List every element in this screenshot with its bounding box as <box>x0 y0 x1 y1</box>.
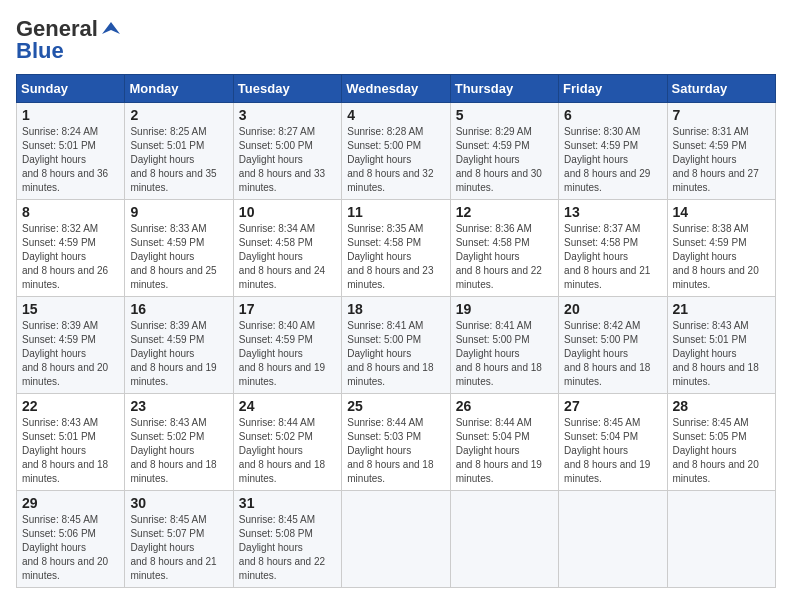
calendar-cell: 15 Sunrise: 8:39 AM Sunset: 4:59 PM Dayl… <box>17 297 125 394</box>
weekday-header-tuesday: Tuesday <box>233 75 341 103</box>
calendar-cell: 3 Sunrise: 8:27 AM Sunset: 5:00 PM Dayli… <box>233 103 341 200</box>
day-number: 6 <box>564 107 661 123</box>
calendar-cell: 4 Sunrise: 8:28 AM Sunset: 5:00 PM Dayli… <box>342 103 450 200</box>
calendar-cell: 21 Sunrise: 8:43 AM Sunset: 5:01 PM Dayl… <box>667 297 775 394</box>
day-number: 7 <box>673 107 770 123</box>
day-info: Sunrise: 8:40 AM Sunset: 4:59 PM Dayligh… <box>239 319 336 389</box>
calendar-header-row: SundayMondayTuesdayWednesdayThursdayFrid… <box>17 75 776 103</box>
day-info: Sunrise: 8:39 AM Sunset: 4:59 PM Dayligh… <box>130 319 227 389</box>
day-info: Sunrise: 8:37 AM Sunset: 4:58 PM Dayligh… <box>564 222 661 292</box>
weekday-header-monday: Monday <box>125 75 233 103</box>
calendar-cell: 28 Sunrise: 8:45 AM Sunset: 5:05 PM Dayl… <box>667 394 775 491</box>
calendar-cell <box>450 491 558 588</box>
day-number: 10 <box>239 204 336 220</box>
logo-blue: Blue <box>16 38 64 64</box>
day-info: Sunrise: 8:24 AM Sunset: 5:01 PM Dayligh… <box>22 125 119 195</box>
day-number: 3 <box>239 107 336 123</box>
calendar-cell: 18 Sunrise: 8:41 AM Sunset: 5:00 PM Dayl… <box>342 297 450 394</box>
calendar-cell: 29 Sunrise: 8:45 AM Sunset: 5:06 PM Dayl… <box>17 491 125 588</box>
calendar-cell: 11 Sunrise: 8:35 AM Sunset: 4:58 PM Dayl… <box>342 200 450 297</box>
calendar-table: SundayMondayTuesdayWednesdayThursdayFrid… <box>16 74 776 588</box>
day-number: 21 <box>673 301 770 317</box>
calendar-cell: 6 Sunrise: 8:30 AM Sunset: 4:59 PM Dayli… <box>559 103 667 200</box>
day-info: Sunrise: 8:44 AM Sunset: 5:02 PM Dayligh… <box>239 416 336 486</box>
calendar-cell: 8 Sunrise: 8:32 AM Sunset: 4:59 PM Dayli… <box>17 200 125 297</box>
day-number: 24 <box>239 398 336 414</box>
day-number: 18 <box>347 301 444 317</box>
day-info: Sunrise: 8:35 AM Sunset: 4:58 PM Dayligh… <box>347 222 444 292</box>
logo-bird-icon <box>100 18 122 40</box>
day-info: Sunrise: 8:45 AM Sunset: 5:06 PM Dayligh… <box>22 513 119 583</box>
day-number: 28 <box>673 398 770 414</box>
calendar-week-4: 22 Sunrise: 8:43 AM Sunset: 5:01 PM Dayl… <box>17 394 776 491</box>
day-number: 25 <box>347 398 444 414</box>
day-number: 23 <box>130 398 227 414</box>
day-number: 22 <box>22 398 119 414</box>
day-number: 15 <box>22 301 119 317</box>
calendar-cell: 14 Sunrise: 8:38 AM Sunset: 4:59 PM Dayl… <box>667 200 775 297</box>
calendar-cell: 9 Sunrise: 8:33 AM Sunset: 4:59 PM Dayli… <box>125 200 233 297</box>
day-info: Sunrise: 8:36 AM Sunset: 4:58 PM Dayligh… <box>456 222 553 292</box>
calendar-cell: 23 Sunrise: 8:43 AM Sunset: 5:02 PM Dayl… <box>125 394 233 491</box>
calendar-cell: 30 Sunrise: 8:45 AM Sunset: 5:07 PM Dayl… <box>125 491 233 588</box>
calendar-cell: 13 Sunrise: 8:37 AM Sunset: 4:58 PM Dayl… <box>559 200 667 297</box>
calendar-cell: 1 Sunrise: 8:24 AM Sunset: 5:01 PM Dayli… <box>17 103 125 200</box>
calendar-week-1: 1 Sunrise: 8:24 AM Sunset: 5:01 PM Dayli… <box>17 103 776 200</box>
calendar-cell: 2 Sunrise: 8:25 AM Sunset: 5:01 PM Dayli… <box>125 103 233 200</box>
calendar-body: 1 Sunrise: 8:24 AM Sunset: 5:01 PM Dayli… <box>17 103 776 588</box>
day-number: 20 <box>564 301 661 317</box>
day-number: 4 <box>347 107 444 123</box>
weekday-header-saturday: Saturday <box>667 75 775 103</box>
day-number: 1 <box>22 107 119 123</box>
day-number: 31 <box>239 495 336 511</box>
day-info: Sunrise: 8:43 AM Sunset: 5:02 PM Dayligh… <box>130 416 227 486</box>
day-info: Sunrise: 8:29 AM Sunset: 4:59 PM Dayligh… <box>456 125 553 195</box>
day-info: Sunrise: 8:39 AM Sunset: 4:59 PM Dayligh… <box>22 319 119 389</box>
logo: General Blue <box>16 16 122 64</box>
calendar-cell: 22 Sunrise: 8:43 AM Sunset: 5:01 PM Dayl… <box>17 394 125 491</box>
weekday-header-thursday: Thursday <box>450 75 558 103</box>
day-info: Sunrise: 8:31 AM Sunset: 4:59 PM Dayligh… <box>673 125 770 195</box>
weekday-header-sunday: Sunday <box>17 75 125 103</box>
calendar-cell: 7 Sunrise: 8:31 AM Sunset: 4:59 PM Dayli… <box>667 103 775 200</box>
weekday-header-friday: Friday <box>559 75 667 103</box>
day-info: Sunrise: 8:43 AM Sunset: 5:01 PM Dayligh… <box>22 416 119 486</box>
calendar-cell: 17 Sunrise: 8:40 AM Sunset: 4:59 PM Dayl… <box>233 297 341 394</box>
day-number: 9 <box>130 204 227 220</box>
day-info: Sunrise: 8:44 AM Sunset: 5:03 PM Dayligh… <box>347 416 444 486</box>
day-info: Sunrise: 8:41 AM Sunset: 5:00 PM Dayligh… <box>347 319 444 389</box>
day-info: Sunrise: 8:27 AM Sunset: 5:00 PM Dayligh… <box>239 125 336 195</box>
day-number: 12 <box>456 204 553 220</box>
calendar-cell: 20 Sunrise: 8:42 AM Sunset: 5:00 PM Dayl… <box>559 297 667 394</box>
day-info: Sunrise: 8:43 AM Sunset: 5:01 PM Dayligh… <box>673 319 770 389</box>
calendar-cell: 10 Sunrise: 8:34 AM Sunset: 4:58 PM Dayl… <box>233 200 341 297</box>
day-info: Sunrise: 8:25 AM Sunset: 5:01 PM Dayligh… <box>130 125 227 195</box>
day-info: Sunrise: 8:32 AM Sunset: 4:59 PM Dayligh… <box>22 222 119 292</box>
calendar-cell: 24 Sunrise: 8:44 AM Sunset: 5:02 PM Dayl… <box>233 394 341 491</box>
svg-marker-0 <box>102 22 120 34</box>
calendar-week-5: 29 Sunrise: 8:45 AM Sunset: 5:06 PM Dayl… <box>17 491 776 588</box>
calendar-cell: 16 Sunrise: 8:39 AM Sunset: 4:59 PM Dayl… <box>125 297 233 394</box>
day-number: 16 <box>130 301 227 317</box>
day-info: Sunrise: 8:45 AM Sunset: 5:07 PM Dayligh… <box>130 513 227 583</box>
calendar-cell: 5 Sunrise: 8:29 AM Sunset: 4:59 PM Dayli… <box>450 103 558 200</box>
calendar-cell: 19 Sunrise: 8:41 AM Sunset: 5:00 PM Dayl… <box>450 297 558 394</box>
day-number: 13 <box>564 204 661 220</box>
day-info: Sunrise: 8:30 AM Sunset: 4:59 PM Dayligh… <box>564 125 661 195</box>
day-number: 27 <box>564 398 661 414</box>
calendar-cell: 26 Sunrise: 8:44 AM Sunset: 5:04 PM Dayl… <box>450 394 558 491</box>
calendar-cell: 27 Sunrise: 8:45 AM Sunset: 5:04 PM Dayl… <box>559 394 667 491</box>
calendar-cell <box>342 491 450 588</box>
day-info: Sunrise: 8:44 AM Sunset: 5:04 PM Dayligh… <box>456 416 553 486</box>
day-info: Sunrise: 8:45 AM Sunset: 5:05 PM Dayligh… <box>673 416 770 486</box>
calendar-cell: 25 Sunrise: 8:44 AM Sunset: 5:03 PM Dayl… <box>342 394 450 491</box>
day-number: 29 <box>22 495 119 511</box>
day-info: Sunrise: 8:28 AM Sunset: 5:00 PM Dayligh… <box>347 125 444 195</box>
day-number: 14 <box>673 204 770 220</box>
page-header: General Blue <box>16 16 776 64</box>
day-number: 26 <box>456 398 553 414</box>
weekday-header-wednesday: Wednesday <box>342 75 450 103</box>
day-info: Sunrise: 8:34 AM Sunset: 4:58 PM Dayligh… <box>239 222 336 292</box>
calendar-cell <box>667 491 775 588</box>
day-number: 19 <box>456 301 553 317</box>
